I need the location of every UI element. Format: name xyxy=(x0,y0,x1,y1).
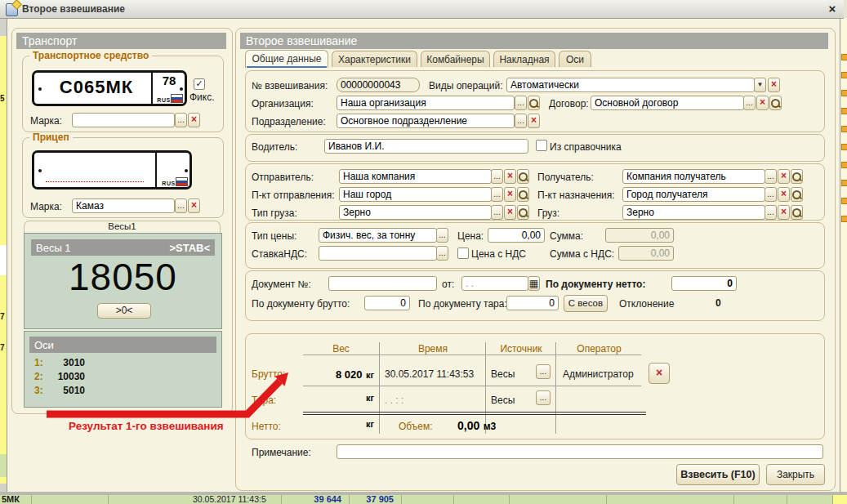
sum-field: 0,00 xyxy=(605,228,674,243)
to-point-search-button[interactable] xyxy=(791,187,803,202)
fix-checkbox[interactable]: ✓ xyxy=(194,78,205,90)
bg-row-sep xyxy=(606,495,607,504)
tare-source-select-button[interactable]: ... xyxy=(536,390,551,405)
close-button[interactable]: Закрыть xyxy=(766,464,825,485)
doc-gross-field[interactable]: 0 xyxy=(364,296,410,310)
to-point-select-button[interactable]: ... xyxy=(765,187,777,202)
vehicle-plate[interactable]: С065МК 78 RUS xyxy=(32,70,187,106)
sender-select-button[interactable]: ... xyxy=(491,169,503,184)
cargo-type-field[interactable]: Зерно xyxy=(339,205,492,220)
number-label: № взвешивания: xyxy=(252,80,328,91)
gross-source-select-button[interactable]: ... xyxy=(536,364,551,379)
cargo-type-search-button[interactable] xyxy=(517,205,529,220)
operation-type-clear-button[interactable]: × xyxy=(768,78,780,92)
document-number-field[interactable] xyxy=(328,276,437,291)
driver-field[interactable]: Иванов И.И. xyxy=(324,139,528,154)
price-field[interactable]: 0,00 xyxy=(488,228,545,243)
scale-tab[interactable]: Весы1 xyxy=(24,221,221,233)
vat-rate-select-button[interactable]: ... xyxy=(436,246,448,261)
receiver-select-button[interactable]: ... xyxy=(765,169,777,184)
receiver-field[interactable]: Компания получатель xyxy=(622,169,765,184)
axes-header-bar: Оси xyxy=(29,337,216,353)
volume-value: 0,00 xyxy=(457,419,479,432)
bg-left-fragment: 7 xyxy=(0,343,7,352)
contract-field[interactable]: Основной договор xyxy=(591,96,744,110)
russia-flag-icon xyxy=(176,177,188,186)
document-date-field[interactable]: . . xyxy=(461,276,528,291)
sender-search-button[interactable] xyxy=(517,169,529,184)
trailer-marka-clear-button[interactable]: × xyxy=(188,198,200,213)
price-type-field[interactable]: Физич. вес, за тонну xyxy=(319,228,437,243)
price-type-select-button[interactable]: ... xyxy=(436,228,448,243)
organization-field[interactable]: Наша организация xyxy=(337,96,515,110)
note-field[interactable] xyxy=(337,444,823,459)
price-with-vat-checkbox[interactable] xyxy=(457,248,469,259)
cargo-type-select-button[interactable]: ... xyxy=(491,205,503,220)
weigh-button[interactable]: Взвесить (F10) xyxy=(676,464,760,485)
scale-status-bar: Весы 1 >STAB< xyxy=(31,239,215,256)
to-point-field[interactable]: Город получателя xyxy=(622,187,765,202)
to-point-clear-button[interactable]: × xyxy=(778,187,790,202)
doc-gross-label: По документу брутто: xyxy=(252,298,350,310)
from-point-search-button[interactable] xyxy=(517,187,529,202)
vehicle-marka-field[interactable] xyxy=(72,113,175,127)
annotation-first-weighing: Результат 1-го взвешивания xyxy=(69,420,224,432)
from-scale-button[interactable]: С весов xyxy=(564,295,608,312)
receiver-label: Получатель: xyxy=(537,172,594,183)
vehicle-marka-select-button[interactable]: ... xyxy=(175,113,187,127)
from-point-select-button[interactable]: ... xyxy=(491,187,503,202)
number-field[interactable]: 00000000043 xyxy=(337,78,420,92)
cargo-type-clear-button[interactable]: × xyxy=(504,205,516,220)
vehicle-marka-clear-button[interactable]: × xyxy=(188,113,200,127)
sender-clear-button[interactable]: × xyxy=(504,169,516,184)
from-point-clear-button[interactable]: × xyxy=(504,187,516,202)
close-icon[interactable]: × xyxy=(823,1,841,16)
trailer-marka-field[interactable]: Камаз xyxy=(72,198,175,213)
cargo-field[interactable]: Зерно xyxy=(622,205,765,220)
cargo-search-button[interactable] xyxy=(791,205,803,220)
receiver-search-button[interactable] xyxy=(791,169,803,184)
operation-type-dropdown-icon[interactable]: ▼ xyxy=(754,78,766,92)
tab-waybill[interactable]: Накладная xyxy=(493,51,555,67)
background-left-column: 5 7 7 xyxy=(0,18,7,492)
organization-select-button[interactable]: ... xyxy=(515,96,527,110)
sender-field[interactable]: Наша компания xyxy=(339,169,492,184)
from-point-field[interactable]: Наш город xyxy=(339,187,492,202)
delete-gross-button[interactable]: × xyxy=(649,363,670,384)
cargo-clear-button[interactable]: × xyxy=(778,205,790,220)
trailer-plate[interactable]: RUS xyxy=(32,150,192,190)
volume-unit: м3 xyxy=(484,421,497,432)
bg-left-gray xyxy=(0,18,7,36)
driver-label: Водитель: xyxy=(252,141,297,153)
operation-type-combo[interactable]: Автоматически xyxy=(506,78,755,92)
bg-row-sep xyxy=(401,495,402,504)
tab-axes[interactable]: Оси xyxy=(559,51,591,67)
contract-search-button[interactable] xyxy=(769,96,782,110)
contract-clear-button[interactable]: × xyxy=(756,96,769,110)
doc-tare-field[interactable]: 0 xyxy=(506,296,559,310)
bg-left-green xyxy=(0,454,7,477)
division-clear-button[interactable]: × xyxy=(528,114,540,128)
cargo-select-button[interactable]: ... xyxy=(765,205,777,220)
bg-right-icon xyxy=(841,90,847,96)
doc-net-field[interactable]: 0 xyxy=(671,276,737,291)
calendar-icon[interactable]: ▦ xyxy=(528,276,540,291)
trailer-marka-select-button[interactable]: ... xyxy=(175,198,187,213)
tare-source: Весы xyxy=(491,395,515,406)
tab-general[interactable]: Общие данные xyxy=(245,50,328,68)
vat-rate-field[interactable] xyxy=(319,246,437,261)
contract-select-button[interactable]: ... xyxy=(743,96,756,110)
russia-flag-icon xyxy=(171,94,183,103)
transport-header: Транспорт xyxy=(16,33,226,49)
scale-zero-button[interactable]: >0< xyxy=(97,303,151,319)
division-select-button[interactable]: ... xyxy=(515,114,527,128)
receiver-clear-button[interactable]: × xyxy=(778,169,790,184)
organization-search-button[interactable] xyxy=(528,96,540,110)
tab-combines[interactable]: Комбайнеры xyxy=(421,51,490,67)
division-field[interactable]: Осногвное подразденление xyxy=(337,114,515,128)
bg-row-sep xyxy=(453,495,454,504)
from-point-label: П-кт отправления: xyxy=(252,190,335,201)
tab-characteristics[interactable]: Характеристики xyxy=(332,51,417,67)
vehicle-group-title: Транспортное средство xyxy=(29,51,152,60)
from-reference-checkbox[interactable] xyxy=(536,140,547,151)
